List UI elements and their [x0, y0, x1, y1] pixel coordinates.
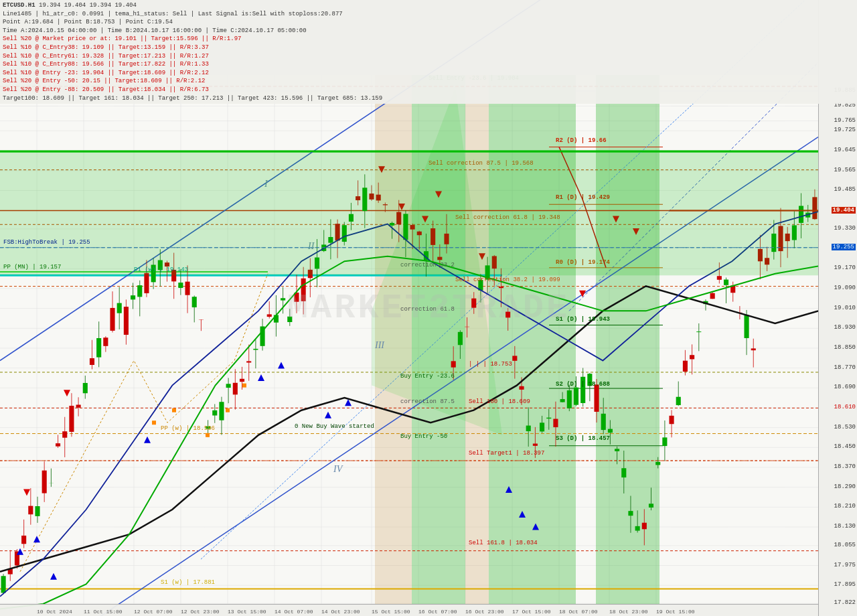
- times-line: Time A:2024.10.15 04:00:00 | Time B:2024…: [3, 27, 854, 35]
- sell-entry-2: Sell %10 @ C_Entry38: 19.109 || Target:1…: [3, 44, 854, 52]
- sell-entry-7: Sell %20 @ Entry -88: 20.509 || Target:1…: [3, 86, 854, 94]
- sell-entry-1: Sell %20 @ Market price or at: 19.101 ||…: [3, 35, 854, 44]
- symbol-price: ETCUSD.H1 19.394 19.404 19.394 19.404: [3, 1, 854, 10]
- sell-entry-4: Sell %10 @ C_Entry88: 19.566 || Target:1…: [3, 60, 854, 69]
- targets-line: Target100: 18.609 || Target 161: 18.034 …: [3, 94, 854, 103]
- sell-entry-6: Sell %20 @ Entry -50: 20.15 || Target:18…: [3, 77, 854, 86]
- sell-entry-3: Sell %10 @ C_Entry61: 19.328 || Target:1…: [3, 52, 854, 61]
- points-line: Point A:19.684 | Point B:18.753 | Point …: [3, 18, 854, 27]
- info-bar: ETCUSD.H1 19.394 19.404 19.394 19.404 Li…: [0, 0, 857, 104]
- indicator-line: Line1485 | h1_atr_c0: 0.0991 | tema_h1_s…: [3, 10, 854, 19]
- sell-entry-5: Sell %10 @ Entry -23: 19.904 || Target:1…: [3, 69, 854, 78]
- chart-container: ETCUSD.H1 19.394 19.404 19.394 19.404 Li…: [0, 0, 857, 616]
- time-axis: 10 Oct 202411 Oct 15:0012 Oct 07:0012 Oc…: [0, 604, 818, 616]
